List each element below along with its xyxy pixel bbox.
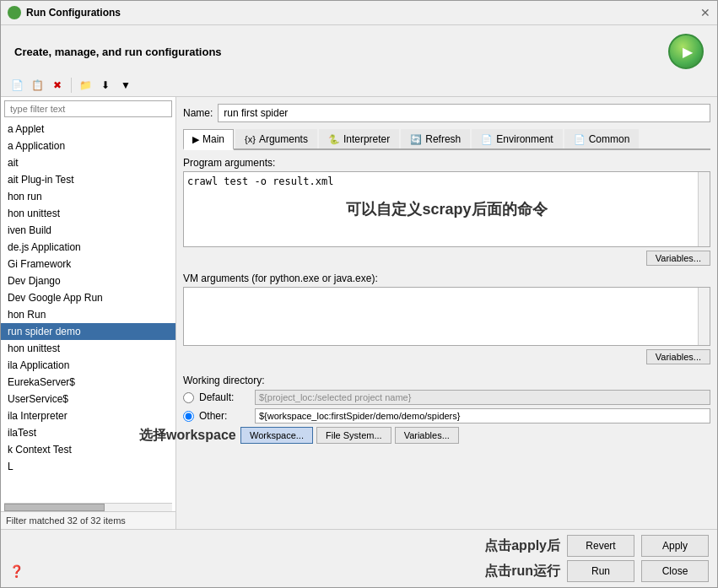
header-subtitle: Create, manage, and run configurations — [14, 46, 222, 58]
new-config-button[interactable]: 📄 — [8, 76, 26, 94]
name-label: Name: — [183, 107, 213, 119]
interpreter-tab-icon: 🐍 — [328, 134, 340, 145]
program-args-box: crawl test -o result.xml 可以自定义scrapy后面的命… — [183, 171, 710, 247]
name-input[interactable] — [218, 104, 710, 122]
run-button-bottom[interactable]: Run — [567, 560, 634, 582]
app-icon — [8, 6, 21, 19]
list-item[interactable]: ait — [1, 154, 175, 171]
vm-args-variables-row: Variables... — [183, 349, 710, 364]
scrollbar-thumb — [4, 504, 105, 511]
list-item[interactable]: L — [1, 458, 175, 475]
list-item[interactable]: UserService$ — [1, 391, 175, 407]
filter-status: Filter matched 32 of 32 items — [1, 511, 175, 529]
run-hint: 点击run运行 — [484, 563, 560, 580]
list-item[interactable]: ila Application — [1, 357, 175, 374]
tab-common[interactable]: 📄 Common — [564, 129, 640, 148]
tab-main-label: Main — [202, 133, 224, 145]
tab-refresh-label: Refresh — [425, 133, 461, 145]
workspace-btn-row: Workspace... File System... Variables...… — [240, 427, 710, 444]
help-icon[interactable]: ❓ — [9, 564, 24, 578]
run-button[interactable] — [668, 34, 704, 69]
main-content: a Applet a Application ait ait Plug-in T… — [1, 97, 717, 529]
revert-button[interactable]: Revert — [567, 535, 634, 557]
common-tab-icon: 📄 — [574, 134, 586, 145]
list-item[interactable]: Gi Framework — [1, 256, 175, 272]
right-panel: Name: ▶ Main {x} Arguments 🐍 Interpreter — [176, 97, 717, 529]
tab-environment[interactable]: 📄 Environment — [472, 129, 562, 148]
tab-arguments-label: Arguments — [259, 133, 308, 145]
default-dir-input[interactable] — [255, 390, 710, 405]
arguments-tab-icon: {x} — [245, 134, 256, 144]
filesystem-button[interactable]: File System... — [316, 427, 391, 444]
program-args-scrollbar[interactable] — [698, 172, 710, 246]
tab-interpreter[interactable]: 🐍 Interpreter — [319, 129, 399, 148]
default-radio-row: Default: — [183, 390, 710, 405]
name-row: Name: — [183, 104, 710, 122]
list-item[interactable]: hon run — [1, 188, 175, 205]
working-dir-section: Working directory: Default: Other: Works… — [183, 375, 710, 444]
other-dir-input[interactable] — [255, 408, 710, 423]
default-radio-label: Default: — [199, 391, 250, 403]
filter-input[interactable] — [4, 100, 172, 117]
vm-args-variables-button[interactable]: Variables... — [646, 349, 710, 364]
toolbar: 📄 📋 ✖ 📁 ⬇ ▼ — [1, 74, 717, 97]
program-args-variables-button[interactable]: Variables... — [646, 251, 710, 266]
environment-tab-icon: 📄 — [481, 134, 493, 145]
tab-refresh[interactable]: 🔄 Refresh — [401, 129, 470, 148]
tab-interpreter-label: Interpreter — [343, 133, 390, 145]
list-item[interactable]: a Applet — [1, 121, 175, 138]
tab-arguments[interactable]: {x} Arguments — [235, 129, 317, 148]
list-item[interactable]: hon Run — [1, 306, 175, 323]
title-bar: Run Configurations ✕ — [1, 1, 717, 25]
vm-args-scrollbar[interactable] — [698, 288, 710, 345]
vm-args-box — [183, 287, 710, 346]
workspace-button[interactable]: Workspace... — [240, 427, 313, 444]
variables-wd-button[interactable]: Variables... — [395, 427, 459, 444]
other-radio[interactable] — [183, 411, 194, 422]
list-item[interactable]: EurekaServer$ — [1, 374, 175, 391]
list-item[interactable]: ila Interpreter — [1, 407, 175, 424]
apply-hint: 点击apply后 — [484, 537, 560, 555]
list-item[interactable]: hon unittest — [1, 340, 175, 357]
filter-button[interactable]: 📁 — [76, 76, 94, 94]
collapse-button[interactable]: ⬇ — [96, 76, 115, 94]
tab-environment-label: Environment — [496, 133, 553, 145]
list-item-selected[interactable]: run spider demo — [1, 323, 175, 340]
window-title: Run Configurations — [26, 7, 121, 19]
tab-main[interactable]: ▶ Main — [183, 129, 234, 150]
list-item[interactable]: Dev Google App Run — [1, 289, 175, 306]
list-item[interactable]: ait Plug-in Test — [1, 171, 175, 188]
program-args-textarea[interactable]: crawl test -o result.xml — [184, 172, 696, 241]
left-panel: a Applet a Application ait ait Plug-in T… — [1, 97, 176, 529]
working-dir-label: Working directory: — [183, 375, 710, 386]
toolbar-separator-1 — [71, 78, 72, 93]
program-args-label: Program arguments: — [183, 157, 710, 169]
refresh-tab-icon: 🔄 — [410, 134, 422, 145]
expand-button[interactable]: ▼ — [116, 76, 135, 94]
list-item[interactable]: Dev Django — [1, 272, 175, 289]
program-args-variables-row: Variables... — [183, 251, 710, 266]
delete-button[interactable]: ✖ — [48, 76, 67, 94]
list-item[interactable]: hon unittest — [1, 205, 175, 222]
default-radio[interactable] — [183, 392, 194, 403]
bottom-bar: 点击apply后 Revert Apply ❓ 点击run运行 Run Clos… — [1, 529, 717, 587]
list-item[interactable]: de.js Application — [1, 239, 175, 256]
close-button[interactable]: Close — [641, 560, 709, 582]
run-close-row: 点击run运行 Run Close — [484, 560, 709, 582]
run-configurations-window: Run Configurations ✕ Create, manage, and… — [0, 0, 718, 588]
title-bar-left: Run Configurations — [8, 6, 121, 19]
horizontal-scrollbar[interactable] — [4, 503, 172, 511]
window-close-button[interactable]: ✕ — [700, 6, 710, 19]
vm-args-textarea[interactable] — [184, 288, 696, 340]
bottom-bottom-row: ❓ 点击run运行 Run Close — [9, 560, 709, 582]
other-radio-row: Other: — [183, 408, 710, 423]
apply-button[interactable]: Apply — [641, 535, 709, 557]
duplicate-button[interactable]: 📋 — [28, 76, 46, 94]
list-item[interactable]: iven Build — [1, 222, 175, 239]
vm-args-label: VM arguments (for python.exe or java.exe… — [183, 272, 710, 284]
tab-common-label: Common — [589, 133, 630, 145]
config-list: a Applet a Application ait ait Plug-in T… — [1, 121, 175, 503]
main-tab-icon: ▶ — [192, 134, 199, 145]
list-item[interactable]: a Application — [1, 138, 175, 154]
other-radio-label: Other: — [199, 410, 250, 422]
